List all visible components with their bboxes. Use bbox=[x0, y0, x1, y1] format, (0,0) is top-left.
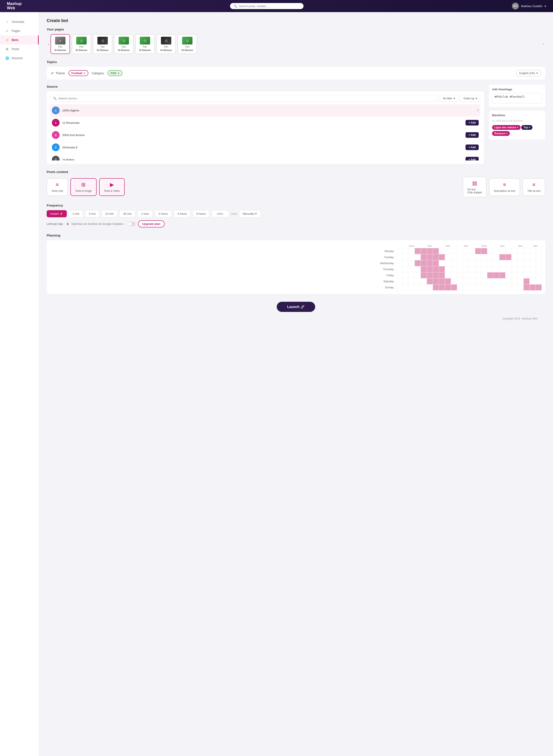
planning-cell-2-18[interactable] bbox=[505, 260, 511, 266]
sidebar-item-bots[interactable]: ⚡ Bots bbox=[0, 35, 39, 45]
blocked-tag-1[interactable]: Top × bbox=[521, 125, 532, 130]
planning-cell-6-11[interactable] bbox=[463, 284, 469, 290]
planning-cell-2-2[interactable] bbox=[409, 260, 415, 266]
planning-cell-5-21[interactable] bbox=[524, 278, 530, 284]
source-item-1[interactable]: 1 12 Rouennais + Add bbox=[50, 117, 480, 129]
planning-cell-6-10[interactable] bbox=[457, 284, 463, 290]
planning-cell-2-6[interactable] bbox=[433, 260, 439, 266]
planning-cell-4-5[interactable] bbox=[427, 272, 433, 278]
planning-cell-5-12[interactable] bbox=[469, 278, 475, 284]
planning-cell-0-7[interactable] bbox=[439, 248, 445, 254]
planning-cell-5-17[interactable] bbox=[499, 278, 505, 284]
planning-cell-1-0[interactable] bbox=[397, 254, 403, 260]
theme-tag[interactable]: Football × bbox=[69, 70, 88, 76]
order-button[interactable]: Order by ▾ bbox=[460, 95, 480, 102]
planning-cell-4-17[interactable] bbox=[499, 272, 505, 278]
planning-cell-1-17[interactable] bbox=[499, 254, 505, 260]
planning-cell-6-17[interactable] bbox=[499, 284, 505, 290]
content-card-desc-text[interactable]: ≡ Description as text bbox=[489, 178, 520, 196]
source-add-button-2[interactable]: + Add bbox=[466, 132, 479, 138]
planning-cell-5-11[interactable] bbox=[463, 278, 469, 284]
planning-cell-1-23[interactable] bbox=[536, 254, 542, 260]
planning-cell-0-20[interactable] bbox=[518, 248, 524, 254]
planning-cell-3-0[interactable] bbox=[397, 266, 403, 272]
page-card-6[interactable]: ◯ Fan St Etienne bbox=[177, 34, 197, 54]
planning-cell-2-20[interactable] bbox=[518, 260, 524, 266]
freq-btn-6[interactable]: 2 hours bbox=[155, 210, 171, 217]
planning-cell-0-18[interactable] bbox=[505, 248, 511, 254]
blocked-tag-0[interactable]: Ligue des nations × bbox=[492, 125, 521, 130]
planning-cell-6-9[interactable] bbox=[451, 284, 457, 290]
planning-cell-5-5[interactable] bbox=[427, 278, 433, 284]
planning-cell-2-3[interactable] bbox=[415, 260, 421, 266]
planning-cell-4-9[interactable] bbox=[451, 272, 457, 278]
planning-cell-6-12[interactable] bbox=[469, 284, 475, 290]
content-card-texte-only[interactable]: ≡ Texte only bbox=[47, 178, 68, 196]
planning-cell-5-14[interactable] bbox=[481, 278, 487, 284]
launch-button[interactable]: Launch 🚀 bbox=[277, 302, 315, 312]
sidebar-item-posts[interactable]: ⊞ Posts bbox=[0, 45, 39, 54]
sidebar-item-pages[interactable]: ⤢ Pages bbox=[0, 26, 39, 35]
planning-cell-1-2[interactable] bbox=[409, 254, 415, 260]
planning-cell-1-15[interactable] bbox=[487, 254, 493, 260]
planning-cell-2-10[interactable] bbox=[457, 260, 463, 266]
planning-cell-1-13[interactable] bbox=[475, 254, 481, 260]
freq-btn-0[interactable]: Instant ⚡ bbox=[47, 210, 67, 217]
planning-cell-4-20[interactable] bbox=[518, 272, 524, 278]
freq-btn-5[interactable]: 1 hour bbox=[137, 210, 153, 217]
planning-cell-4-13[interactable] bbox=[475, 272, 481, 278]
planning-cell-2-4[interactable] bbox=[421, 260, 427, 266]
planning-cell-1-4[interactable] bbox=[421, 254, 427, 260]
planning-cell-2-23[interactable] bbox=[536, 260, 542, 266]
source-close-icon-0[interactable]: × bbox=[477, 108, 479, 112]
planning-cell-5-9[interactable] bbox=[451, 278, 457, 284]
planning-cell-0-13[interactable] bbox=[475, 248, 481, 254]
planning-cell-4-11[interactable] bbox=[463, 272, 469, 278]
planning-cell-4-6[interactable] bbox=[433, 272, 439, 278]
category-tag-close-icon[interactable]: × bbox=[118, 72, 120, 75]
planning-cell-0-22[interactable] bbox=[530, 248, 536, 254]
planning-cell-4-2[interactable] bbox=[409, 272, 415, 278]
planning-cell-2-22[interactable] bbox=[530, 260, 536, 266]
planning-cell-5-3[interactable] bbox=[415, 278, 421, 284]
planning-cell-0-4[interactable] bbox=[421, 248, 427, 254]
planning-cell-3-12[interactable] bbox=[469, 266, 475, 272]
planning-cell-5-8[interactable] bbox=[445, 278, 451, 284]
planning-cell-6-21[interactable] bbox=[524, 284, 530, 290]
hashtags-input[interactable]: #PSGclub #Football bbox=[492, 93, 542, 103]
planning-cell-3-10[interactable] bbox=[457, 266, 463, 272]
freq-btn-3[interactable]: 10 min bbox=[101, 210, 117, 217]
planning-cell-2-13[interactable] bbox=[475, 260, 481, 266]
planning-cell-1-5[interactable] bbox=[427, 254, 433, 260]
planning-cell-0-10[interactable] bbox=[457, 248, 463, 254]
planning-cell-4-4[interactable] bbox=[421, 272, 427, 278]
planning-cell-3-22[interactable] bbox=[530, 266, 536, 272]
planning-cell-2-9[interactable] bbox=[451, 260, 457, 266]
planning-cell-1-10[interactable] bbox=[457, 254, 463, 260]
planning-cell-1-21[interactable] bbox=[524, 254, 530, 260]
freq-btn-4[interactable]: 30 min bbox=[120, 210, 135, 217]
page-card-3[interactable]: ◯ Fan St Etienne bbox=[114, 34, 134, 54]
planning-cell-1-12[interactable] bbox=[469, 254, 475, 260]
planning-cell-1-1[interactable] bbox=[403, 254, 409, 260]
planning-cell-5-2[interactable] bbox=[409, 278, 415, 284]
sidebar-item-overview[interactable]: ⌂ Overview bbox=[0, 17, 39, 26]
planning-cell-0-11[interactable] bbox=[463, 248, 469, 254]
freq-btn-2[interactable]: 5 min bbox=[85, 210, 99, 217]
planning-cell-3-1[interactable] bbox=[403, 266, 409, 272]
content-card-no-text[interactable]: ▤ No textOnly snippet bbox=[463, 177, 487, 197]
category-tag[interactable]: PSG × bbox=[107, 70, 123, 76]
planning-cell-0-8[interactable] bbox=[445, 248, 451, 254]
page-card-1[interactable]: ◯ Fan St Etienne bbox=[72, 34, 91, 54]
page-card-0[interactable]: ● Fan St Etienne bbox=[51, 34, 70, 54]
source-add-button-3[interactable]: + Add bbox=[466, 145, 479, 150]
planning-cell-5-10[interactable] bbox=[457, 278, 463, 284]
planning-cell-3-15[interactable] bbox=[487, 266, 493, 272]
planning-cell-5-13[interactable] bbox=[475, 278, 481, 284]
planning-cell-6-23[interactable] bbox=[536, 284, 542, 290]
planning-cell-0-23[interactable] bbox=[536, 248, 542, 254]
planning-cell-0-15[interactable] bbox=[487, 248, 493, 254]
planning-cell-4-10[interactable] bbox=[457, 272, 463, 278]
planning-cell-0-1[interactable] bbox=[403, 248, 409, 254]
planning-cell-1-8[interactable] bbox=[445, 254, 451, 260]
